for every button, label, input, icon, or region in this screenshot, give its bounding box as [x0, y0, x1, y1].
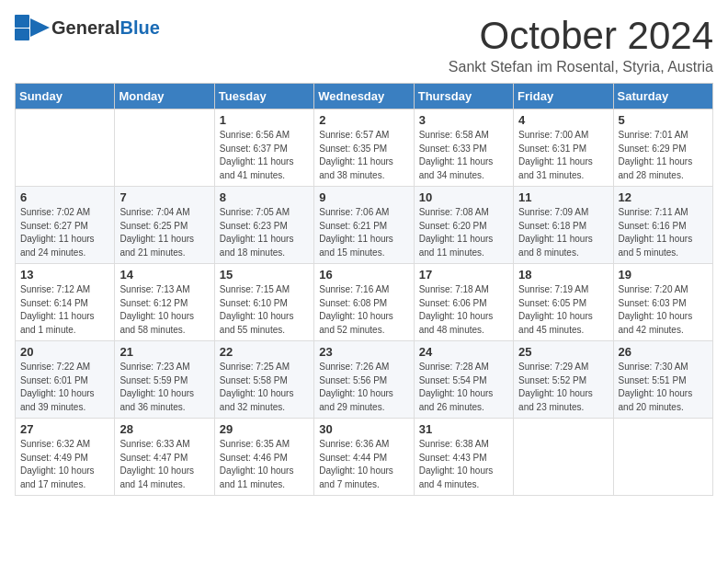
day-number: 26: [619, 345, 708, 359]
day-number: 20: [20, 345, 109, 359]
day-header-saturday: Saturday: [613, 84, 712, 109]
day-info: Sunrise: 7:25 AM Sunset: 5:58 PM Dayligh…: [220, 361, 309, 414]
day-info: Sunrise: 7:16 AM Sunset: 6:08 PM Dayligh…: [319, 283, 408, 337]
day-number: 11: [518, 190, 608, 204]
logo-icon: [15, 15, 50, 40]
day-info: Sunrise: 7:08 AM Sunset: 6:20 PM Dayligh…: [419, 206, 508, 259]
calendar-cell: 26Sunrise: 7:30 AM Sunset: 5:51 PM Dayli…: [613, 341, 712, 419]
day-info: Sunrise: 7:18 AM Sunset: 6:06 PM Dayligh…: [419, 283, 508, 337]
day-info: Sunrise: 7:00 AM Sunset: 6:31 PM Dayligh…: [518, 129, 608, 182]
calendar-cell: 8Sunrise: 7:05 AM Sunset: 6:23 PM Daylig…: [214, 187, 313, 264]
logo: GeneralBlue: [15, 15, 160, 40]
day-number: 16: [319, 268, 408, 282]
calendar-cell: 22Sunrise: 7:25 AM Sunset: 5:58 PM Dayli…: [214, 341, 313, 419]
calendar-cell: 19Sunrise: 7:20 AM Sunset: 6:03 PM Dayli…: [613, 264, 712, 341]
logo-general: General: [51, 17, 119, 38]
calendar-cell: 7Sunrise: 7:04 AM Sunset: 6:25 PM Daylig…: [115, 187, 214, 264]
day-info: Sunrise: 7:13 AM Sunset: 6:12 PM Dayligh…: [119, 283, 209, 337]
calendar-cell: [115, 109, 214, 187]
day-number: 22: [220, 345, 309, 359]
day-info: Sunrise: 7:06 AM Sunset: 6:21 PM Dayligh…: [319, 206, 408, 259]
day-info: Sunrise: 6:35 AM Sunset: 4:46 PM Dayligh…: [220, 438, 309, 491]
calendar-cell: 27Sunrise: 6:32 AM Sunset: 4:49 PM Dayli…: [16, 419, 115, 496]
day-number: 29: [220, 422, 309, 436]
day-info: Sunrise: 7:28 AM Sunset: 5:54 PM Dayligh…: [419, 361, 508, 414]
day-info: Sunrise: 7:15 AM Sunset: 6:10 PM Dayligh…: [220, 283, 309, 337]
day-info: Sunrise: 6:32 AM Sunset: 4:49 PM Dayligh…: [20, 438, 109, 491]
calendar-cell: [613, 419, 712, 496]
day-number: 3: [419, 113, 508, 127]
day-number: 12: [619, 190, 708, 204]
day-number: 17: [419, 268, 508, 282]
day-info: Sunrise: 7:05 AM Sunset: 6:23 PM Dayligh…: [220, 206, 309, 259]
calendar-cell: 30Sunrise: 6:36 AM Sunset: 4:44 PM Dayli…: [314, 419, 414, 496]
day-number: 6: [20, 190, 109, 204]
day-info: Sunrise: 7:11 AM Sunset: 6:16 PM Dayligh…: [619, 206, 708, 259]
page-header: GeneralBlue October 2024 Sankt Stefan im…: [15, 15, 713, 75]
calendar-cell: 28Sunrise: 6:33 AM Sunset: 4:47 PM Dayli…: [115, 419, 214, 496]
day-number: 1: [220, 113, 309, 127]
calendar-cell: 24Sunrise: 7:28 AM Sunset: 5:54 PM Dayli…: [414, 341, 513, 419]
day-info: Sunrise: 7:19 AM Sunset: 6:05 PM Dayligh…: [518, 283, 608, 337]
day-header-sunday: Sunday: [16, 84, 115, 109]
calendar-cell: 25Sunrise: 7:29 AM Sunset: 5:52 PM Dayli…: [514, 341, 613, 419]
day-number: 14: [119, 268, 209, 282]
day-number: 5: [619, 113, 708, 127]
day-info: Sunrise: 6:38 AM Sunset: 4:43 PM Dayligh…: [419, 438, 508, 491]
day-number: 19: [619, 268, 708, 282]
svg-marker-2: [30, 18, 50, 37]
calendar-cell: 13Sunrise: 7:12 AM Sunset: 6:14 PM Dayli…: [16, 264, 115, 341]
day-number: 21: [119, 345, 209, 359]
calendar-cell: 17Sunrise: 7:18 AM Sunset: 6:06 PM Dayli…: [414, 264, 513, 341]
calendar-cell: 10Sunrise: 7:08 AM Sunset: 6:20 PM Dayli…: [414, 187, 513, 264]
day-info: Sunrise: 7:29 AM Sunset: 5:52 PM Dayligh…: [518, 361, 608, 414]
day-header-friday: Friday: [514, 84, 613, 109]
calendar-cell: 18Sunrise: 7:19 AM Sunset: 6:05 PM Dayli…: [514, 264, 613, 341]
day-number: 13: [20, 268, 109, 282]
calendar-cell: 6Sunrise: 7:02 AM Sunset: 6:27 PM Daylig…: [16, 187, 115, 264]
day-number: 4: [518, 113, 608, 127]
day-info: Sunrise: 7:02 AM Sunset: 6:27 PM Dayligh…: [20, 206, 109, 259]
day-info: Sunrise: 6:33 AM Sunset: 4:47 PM Dayligh…: [119, 438, 209, 491]
calendar-week-row: 1Sunrise: 6:56 AM Sunset: 6:37 PM Daylig…: [16, 109, 713, 187]
calendar-cell: 5Sunrise: 7:01 AM Sunset: 6:29 PM Daylig…: [613, 109, 712, 187]
day-number: 27: [20, 422, 109, 436]
calendar-cell: 1Sunrise: 6:56 AM Sunset: 6:37 PM Daylig…: [214, 109, 313, 187]
calendar-cell: 31Sunrise: 6:38 AM Sunset: 4:43 PM Dayli…: [414, 419, 513, 496]
day-info: Sunrise: 6:57 AM Sunset: 6:35 PM Dayligh…: [319, 129, 408, 182]
day-info: Sunrise: 6:58 AM Sunset: 6:33 PM Dayligh…: [419, 129, 508, 182]
calendar-cell: 23Sunrise: 7:26 AM Sunset: 5:56 PM Dayli…: [314, 341, 414, 419]
day-info: Sunrise: 6:36 AM Sunset: 4:44 PM Dayligh…: [319, 438, 408, 491]
day-header-wednesday: Wednesday: [314, 84, 414, 109]
calendar-cell: 21Sunrise: 7:23 AM Sunset: 5:59 PM Dayli…: [115, 341, 214, 419]
day-info: Sunrise: 7:23 AM Sunset: 5:59 PM Dayligh…: [119, 361, 209, 414]
day-header-tuesday: Tuesday: [214, 84, 313, 109]
day-number: 8: [220, 190, 309, 204]
calendar-cell: [16, 109, 115, 187]
day-info: Sunrise: 7:30 AM Sunset: 5:51 PM Dayligh…: [619, 361, 708, 414]
svg-rect-0: [15, 15, 29, 28]
calendar-cell: 2Sunrise: 6:57 AM Sunset: 6:35 PM Daylig…: [314, 109, 414, 187]
calendar-week-row: 13Sunrise: 7:12 AM Sunset: 6:14 PM Dayli…: [16, 264, 713, 341]
calendar-cell: 3Sunrise: 6:58 AM Sunset: 6:33 PM Daylig…: [414, 109, 513, 187]
day-info: Sunrise: 7:20 AM Sunset: 6:03 PM Dayligh…: [619, 283, 708, 337]
day-number: 23: [319, 345, 408, 359]
calendar-cell: 9Sunrise: 7:06 AM Sunset: 6:21 PM Daylig…: [314, 187, 414, 264]
day-info: Sunrise: 7:12 AM Sunset: 6:14 PM Dayligh…: [20, 283, 109, 337]
day-number: 28: [119, 422, 209, 436]
calendar-cell: 4Sunrise: 7:00 AM Sunset: 6:31 PM Daylig…: [514, 109, 613, 187]
title-section: October 2024 Sankt Stefan im Rosental, S…: [449, 15, 713, 75]
day-number: 15: [220, 268, 309, 282]
day-number: 24: [419, 345, 508, 359]
month-title: October 2024: [449, 15, 713, 57]
day-number: 18: [518, 268, 608, 282]
day-header-thursday: Thursday: [414, 84, 513, 109]
day-number: 7: [119, 190, 209, 204]
calendar-table: SundayMondayTuesdayWednesdayThursdayFrid…: [15, 83, 713, 496]
location-subtitle: Sankt Stefan im Rosental, Styria, Austri…: [449, 59, 713, 75]
calendar-cell: 12Sunrise: 7:11 AM Sunset: 6:16 PM Dayli…: [613, 187, 712, 264]
calendar-cell: 16Sunrise: 7:16 AM Sunset: 6:08 PM Dayli…: [314, 264, 414, 341]
day-number: 30: [319, 422, 408, 436]
calendar-week-row: 6Sunrise: 7:02 AM Sunset: 6:27 PM Daylig…: [16, 187, 713, 264]
calendar-cell: 29Sunrise: 6:35 AM Sunset: 4:46 PM Dayli…: [214, 419, 313, 496]
